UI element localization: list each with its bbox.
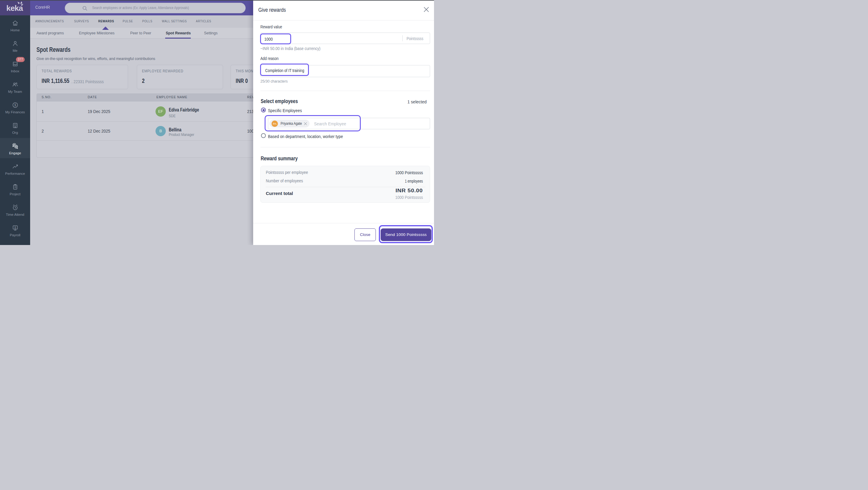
svg-text:$: $ <box>14 103 16 107</box>
svg-text:keka: keka <box>6 4 23 13</box>
svg-text:$: $ <box>14 226 16 229</box>
